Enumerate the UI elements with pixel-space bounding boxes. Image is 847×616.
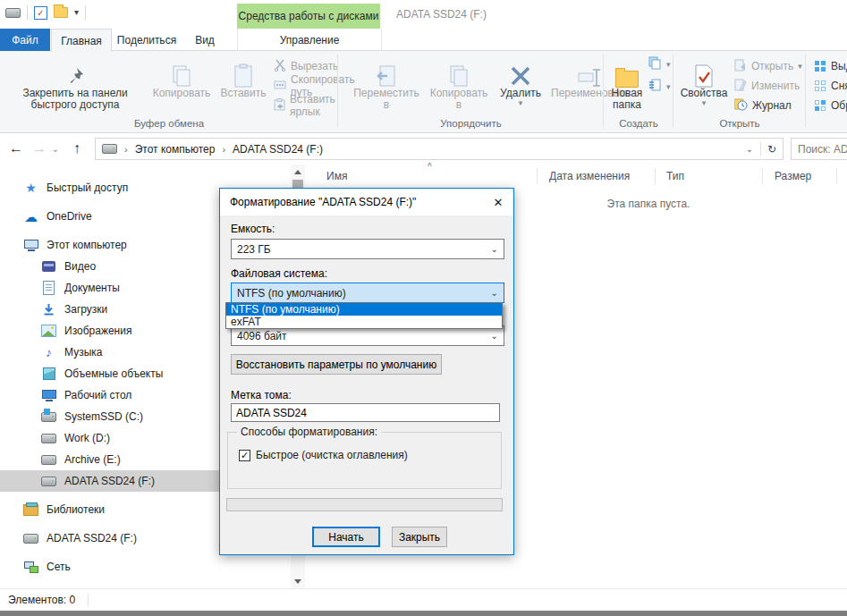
qat-customize-arrow-icon[interactable]: ▾ [74, 9, 79, 16]
tab-manage[interactable]: Управление [237, 29, 382, 51]
select-none-icon [815, 80, 826, 92]
tab-view[interactable]: Вид [183, 29, 226, 51]
up-button[interactable]: ↑ [66, 138, 88, 159]
address-separator [760, 142, 761, 156]
copy-path-icon [274, 80, 286, 93]
group-label-clipboard: Буфер обмена [0, 118, 338, 129]
new-item-button[interactable]: ▾ [648, 56, 671, 72]
quick-format-checkbox[interactable]: ✓ [239, 450, 250, 461]
column-separator[interactable] [836, 168, 837, 184]
dialog-close-button[interactable]: ✕ [483, 189, 513, 215]
ribbon-group-organize: Переместить в Копировать в Удалить ▾ Пе [338, 51, 604, 131]
properties-icon [694, 54, 714, 88]
open-icon [734, 59, 747, 74]
easy-access-button[interactable]: ▾ [648, 79, 671, 95]
filesystem-combobox[interactable]: NTFS (по умолчанию) ⌄ [231, 283, 504, 303]
edit-button[interactable]: Изменить [734, 78, 802, 94]
recent-locations-button[interactable]: ⌄ [48, 138, 63, 159]
column-separator[interactable] [537, 168, 538, 184]
dropdown-option-exfat[interactable]: exFAT [226, 316, 502, 328]
back-button[interactable]: ← [5, 138, 27, 159]
easy-access-dropdown-arrow-icon: ▾ [666, 83, 671, 90]
new-folder-button[interactable]: Новая папка [607, 54, 647, 111]
column-header-size[interactable]: Размер [775, 165, 811, 187]
copy-button[interactable]: Копировать [148, 54, 216, 99]
edit-icon [734, 79, 747, 94]
sidebar-item-label: Work (D:) [64, 432, 110, 444]
select-none-button[interactable]: Сня [815, 78, 847, 94]
delete-button[interactable]: Удалить ▾ [497, 54, 544, 106]
format-options-groupbox: Способы форматирования: ✓ Быстрое (очист… [227, 432, 502, 489]
history-button[interactable]: Журнал [734, 97, 802, 114]
quick-format-row[interactable]: ✓ Быстрое (очистка оглавления) [239, 449, 408, 461]
new-folder-label: Новая папка [612, 88, 643, 111]
drive-icon [23, 534, 38, 544]
column-header-date[interactable]: Дата изменения [549, 165, 630, 187]
tab-file[interactable]: Файл [0, 29, 50, 51]
format-progress-bar [226, 498, 503, 511]
column-header-type[interactable]: Тип [666, 165, 684, 187]
qat-properties-button[interactable]: ✓ [34, 6, 47, 20]
sidebar-item-label: Объемные объекты [64, 367, 163, 380]
column-separator[interactable] [655, 168, 656, 184]
qat-separator [85, 5, 86, 20]
rename-icon [577, 54, 604, 88]
scroll-down-arrow[interactable] [291, 574, 305, 588]
open-label: Открыть [751, 60, 793, 72]
restore-defaults-button[interactable]: Восстановить параметры по умолчанию [231, 354, 442, 375]
select-all-button[interactable]: Выд [815, 58, 847, 74]
chevron-down-icon: ⌄ [491, 288, 498, 298]
select-small-buttons: Выд Сня Обр [815, 58, 847, 114]
volume-name-input[interactable] [231, 403, 500, 422]
music-note-icon: ♪ [41, 346, 56, 359]
libraries-icon [23, 504, 38, 516]
invert-selection-button[interactable]: Обр [815, 97, 847, 114]
refresh-button[interactable]: ↻ [763, 139, 781, 159]
paste-button[interactable]: Вставить [217, 54, 269, 99]
tab-share[interactable]: Поделиться [111, 29, 182, 51]
scroll-up-arrow[interactable] [291, 165, 305, 179]
search-input[interactable]: Поиск: AD [791, 138, 847, 160]
picture-icon [41, 325, 56, 337]
sidebar-item-label: ADATA SSD24 (F:) [64, 475, 155, 487]
select-all-icon [815, 61, 826, 72]
quick-format-label: Быстрое (очистка оглавления) [256, 449, 408, 461]
breadcrumb-drive[interactable]: ADATA SSD24 (F:) [225, 143, 330, 156]
column-header-name[interactable]: Имя [326, 165, 347, 187]
address-dropdown-button[interactable]: ⌄ [741, 139, 758, 159]
cut-label: Вырезать [291, 60, 338, 72]
forward-button[interactable]: → [29, 138, 50, 159]
filesystem-value: NTFS (по умолчанию) [237, 287, 346, 300]
properties-button[interactable]: Свойства ▾ [681, 54, 727, 106]
sidebar-item-label: Этот компьютер [47, 239, 127, 251]
qat-new-folder-button[interactable] [54, 7, 68, 18]
copy-to-button[interactable]: Копировать в [424, 54, 494, 111]
close-button[interactable]: Закрыть [392, 527, 447, 547]
dropdown-option-ntfs[interactable]: NTFS (по умолчанию) [226, 303, 502, 316]
qat-separator [27, 5, 28, 20]
address-box[interactable]: › Этот компьютер › ADATA SSD24 (F:) ⌄ ↻ [95, 138, 783, 160]
tab-home[interactable]: Главная [51, 29, 112, 52]
empty-folder-message: Эта папка пуста. [501, 198, 796, 210]
pin-to-quick-access-button[interactable]: Закрепить на панели быстрого доступа [7, 54, 143, 111]
sidebar-item-label: ADATA SSD24 (F:) [47, 532, 137, 544]
easy-access-icon [648, 79, 662, 95]
copy-to-label: Копировать в [430, 88, 488, 111]
paste-shortcut-icon [274, 98, 285, 114]
dialog-title-bar[interactable]: Форматирование "ADATA SSD24 (F:)" [220, 189, 513, 215]
column-separator[interactable] [762, 168, 763, 184]
close-icon: ✕ [494, 196, 504, 209]
delete-icon [509, 54, 532, 88]
capacity-combobox[interactable]: 223 ГБ ⌄ [231, 239, 504, 259]
open-button[interactable]: Открыть ▾ [734, 58, 802, 74]
new-small-buttons: ▾ ▾ [648, 56, 671, 95]
sidebar-item-network[interactable]: Сеть [0, 556, 288, 578]
cluster-size-value: 4096 байт [237, 330, 287, 342]
window-bottom-edge [0, 611, 847, 616]
volume-label: Метка тома: [231, 389, 292, 401]
address-bar-row: ← → ⌄ ↑ › Этот компьютер › ADATA SSD24 (… [0, 134, 847, 164]
start-button[interactable]: Начать [312, 527, 380, 547]
move-to-button[interactable]: Переместить в [351, 54, 422, 111]
address-drive-icon [102, 144, 117, 154]
breadcrumb-this-pc[interactable]: Этот компьютер [128, 143, 223, 156]
